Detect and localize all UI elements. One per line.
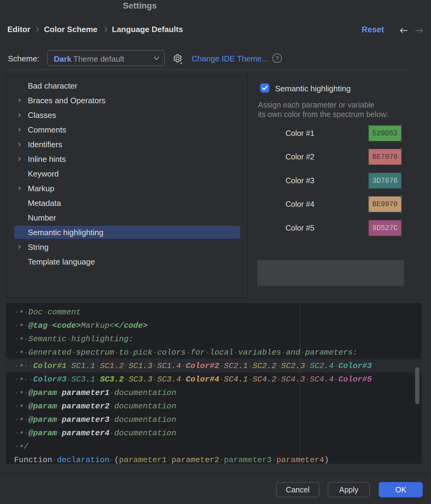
svg-text:?: ? bbox=[275, 55, 279, 61]
